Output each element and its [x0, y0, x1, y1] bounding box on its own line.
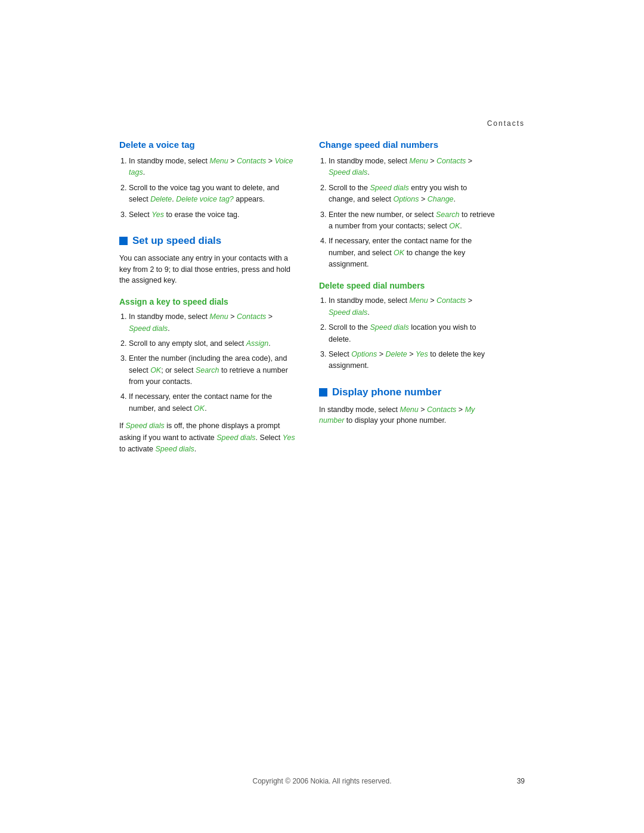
- ok-link: OK: [194, 404, 205, 413]
- left-column: Delete a voice tag In standby mode, sele…: [119, 140, 295, 455]
- set-up-speed-dials-title: Set up speed dials: [132, 235, 221, 247]
- delete-voice-tag-title: Delete a voice tag: [119, 140, 295, 150]
- list-item: Enter the new number, or select Search t…: [329, 209, 495, 233]
- speed-dials-link: Speed dials: [329, 308, 367, 317]
- footer-copyright: Copyright © 2006 Nokia. All rights reser…: [0, 777, 644, 785]
- list-item: Scroll to the Speed dials entry you wish…: [329, 182, 495, 206]
- change-speed-dial-steps: In standby mode, select Menu > Contacts …: [319, 156, 495, 270]
- list-item: Scroll to the Speed dials location you w…: [329, 322, 495, 345]
- yes-link: Yes: [151, 210, 164, 219]
- contacts-header: Contacts: [0, 119, 644, 128]
- list-item: In standby mode, select Menu > Contacts …: [129, 311, 295, 335]
- list-item: In standby mode, select Menu > Contacts …: [129, 156, 295, 179]
- footer-page-number: 39: [517, 777, 525, 785]
- yes-link: Yes: [416, 350, 428, 358]
- speed-dials-note: If Speed dials is off, the phone display…: [119, 420, 295, 455]
- menu-link: Menu: [410, 157, 428, 165]
- list-item: Select Yes to erase the voice tag.: [129, 209, 295, 221]
- set-up-speed-dials-heading: Set up speed dials: [119, 235, 295, 247]
- delete-speed-dial-title: Delete speed dial numbers: [319, 281, 495, 290]
- assign-link: Assign: [246, 339, 269, 348]
- ok-link: OK: [150, 366, 161, 374]
- speed-dials-italic: Speed dials: [125, 422, 164, 430]
- contacts-link: Contacts: [436, 157, 466, 165]
- list-item: Enter the number (including the area cod…: [129, 353, 295, 388]
- ok-link: OK: [394, 249, 404, 257]
- list-item: In standby mode, select Menu > Contacts …: [329, 295, 495, 318]
- delete-speed-dial-steps: In standby mode, select Menu > Contacts …: [319, 295, 495, 371]
- options-link: Options: [351, 350, 377, 358]
- speed-dials-link: Speed dials: [329, 168, 367, 176]
- blue-box-icon: [319, 388, 327, 397]
- speed-dials-italic: Speed dials: [370, 184, 408, 192]
- list-item: If necessary, enter the contact name for…: [129, 391, 295, 414]
- delete-link: Delete: [386, 350, 407, 358]
- contacts-link: Contacts: [237, 312, 266, 321]
- list-item: Select Options > Delete > Yes to delete …: [329, 349, 495, 372]
- blue-box-icon: [119, 237, 128, 245]
- yes-link: Yes: [283, 433, 295, 442]
- assign-key-steps: In standby mode, select Menu > Contacts …: [119, 311, 295, 414]
- right-column: Change speed dial numbers In standby mod…: [319, 140, 495, 455]
- ok-link: OK: [449, 222, 460, 230]
- contacts-link: Contacts: [427, 405, 456, 414]
- assign-key-title: Assign a key to speed dials: [119, 297, 295, 306]
- display-phone-number-desc: In standby mode, select Menu > Contacts …: [319, 404, 495, 427]
- section-name: Contacts: [487, 119, 525, 128]
- change-link: Change: [428, 195, 454, 203]
- menu-link: Menu: [210, 157, 228, 165]
- page-number: 39: [517, 777, 525, 785]
- search-link: Search: [436, 210, 460, 219]
- list-item: Scroll to the voice tag you want to dele…: [129, 182, 295, 206]
- delete-voice-tag-link: Delete voice tag?: [176, 195, 234, 203]
- menu-link: Menu: [410, 296, 428, 305]
- search-link: Search: [196, 366, 219, 374]
- speed-dials-italic3: Speed dials: [155, 445, 194, 453]
- contacts-link: Contacts: [237, 157, 266, 165]
- page-container: Contacts Delete a voice tag In standby m…: [0, 0, 644, 833]
- content-area: Delete a voice tag In standby mode, sele…: [0, 140, 644, 455]
- options-link: Options: [393, 195, 419, 203]
- copyright-text: Copyright © 2006 Nokia. All rights reser…: [253, 777, 392, 785]
- display-phone-number-title: Display phone number: [332, 386, 441, 398]
- list-item: If necessary, enter the contact name for…: [329, 236, 495, 270]
- speed-dials-italic: Speed dials: [370, 323, 408, 332]
- menu-link: Menu: [210, 312, 228, 321]
- menu-link: Menu: [400, 405, 419, 414]
- change-speed-dial-title: Change speed dial numbers: [319, 140, 495, 150]
- set-up-speed-dials-desc: You can associate any entry in your cont…: [119, 253, 295, 286]
- speed-dials-link: Speed dials: [129, 324, 168, 333]
- list-item: In standby mode, select Menu > Contacts …: [329, 156, 495, 179]
- display-phone-number-heading: Display phone number: [319, 386, 495, 398]
- list-item: Scroll to any empty slot, and select Ass…: [129, 338, 295, 349]
- speed-dials-italic2: Speed dials: [216, 433, 255, 442]
- contacts-link: Contacts: [436, 296, 466, 305]
- delete-voice-tag-steps: In standby mode, select Menu > Contacts …: [119, 156, 295, 221]
- delete-link: Delete: [150, 195, 172, 203]
